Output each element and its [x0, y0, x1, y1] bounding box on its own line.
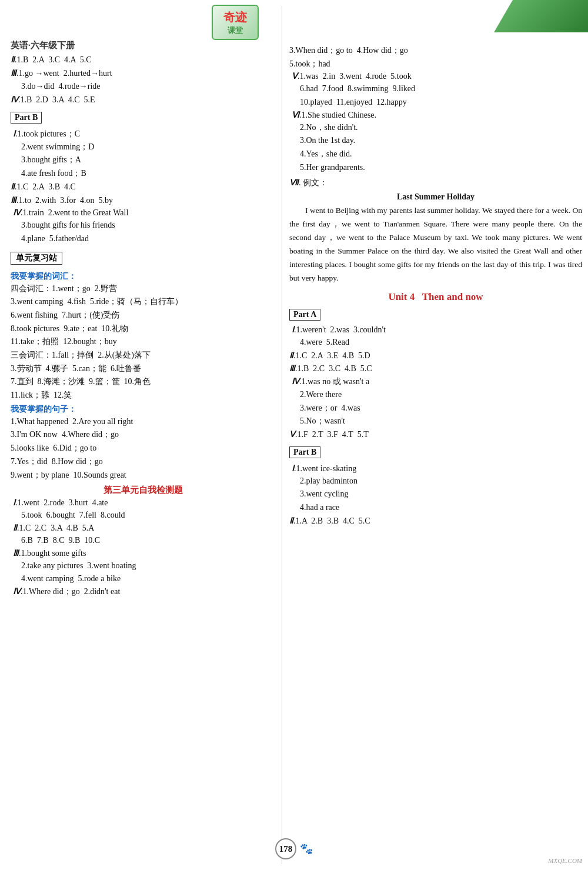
right-vi-4: 4.Yes，she did.: [300, 148, 582, 161]
u4-iv-2: 2.Were there: [300, 388, 582, 401]
section-ii-top: Ⅱ.1.B 2.A 3.C 4.A 5.C: [11, 54, 276, 66]
sentence-line-1: 1.What happened 2.Are you all right: [11, 415, 276, 428]
unit4-title: Unit 4 Then and now: [289, 291, 582, 303]
vocab-line-3: 6.went fishing 7.hurt；(使)受伤: [11, 309, 276, 322]
sentence-line-2: 3.I'm OK now 4.Where did；go: [11, 428, 276, 441]
pb-i-3: 3.bought gifts；A: [21, 154, 276, 166]
self-iii-1: Ⅲ.1.bought some gifts: [13, 548, 276, 558]
section-iii-top: Ⅲ.1.go →went 2.hurted→hurt: [11, 67, 276, 80]
right-vi-3: 3.On the 1st day.: [300, 134, 582, 147]
vocab-section-title: 我要掌握的词汇：: [11, 271, 276, 282]
self-iii-3: 4.went camping 5.rode a bike: [21, 572, 276, 585]
sentence-line-5: 9.went；by plane 10.Sounds great: [11, 469, 276, 482]
unit4-part-b-label: Part B: [289, 444, 582, 461]
u4-iii: Ⅲ.1.B 2.C 3.C 4.B 5.C: [289, 362, 582, 375]
right-line-2: 5.took；had: [289, 58, 582, 71]
section-iii-top-2: 3.do→did 4.rode→ride: [21, 80, 276, 93]
part-b-section-iii: Ⅲ.1.to 2.with 3.for 4.on 5.by: [11, 194, 276, 207]
section-iv-top: Ⅳ.1.B 2.D 3.A 4.C 5.E: [11, 94, 276, 106]
part-b-section-i: Ⅰ.1.took pictures；C: [13, 129, 276, 139]
u4-ii: Ⅱ.1.C 2.A 3.E 4.B 5.D: [289, 349, 582, 362]
right-vi-1: Ⅵ.1.She studied Chinese.: [292, 110, 582, 120]
self-test-title: 第三单元自我检测题: [11, 485, 276, 496]
vocab-line-6: 三会词汇：1.fall；摔倒 2.从(某处)落下: [11, 349, 276, 362]
vocab-line-8: 7.直到 8.海滩；沙滩 9.篮；筐 10.角色: [11, 375, 276, 388]
u4b-i-4: 4.had a race: [300, 501, 582, 514]
part-b-section-label: Part B: [11, 112, 42, 124]
unit4-part-b-box: Part B: [289, 446, 320, 458]
right-vi-5: 5.Her grandparents.: [300, 161, 582, 174]
sentence-section-title: 我要掌握的句子：: [11, 404, 276, 415]
page-decoration: 🐾: [300, 842, 313, 855]
u4-iv-1: Ⅳ.1.was no 或 wasn't a: [292, 376, 582, 387]
vocab-line-7: 3.劳动节 4.骡子 5.can；能 6.吐鲁番: [11, 362, 276, 375]
header-title: 英语·六年级下册: [11, 40, 276, 51]
pb-i-2: 2.went swimming；D: [21, 141, 276, 154]
u4-i-1: Ⅰ.1.weren't 2.was 3.couldn't: [292, 325, 582, 335]
right-column: 3.When did；go to 4.How did；go 5.took；had…: [282, 6, 588, 864]
vocab-line-1: 四会词汇：1.went；go 2.野营: [11, 282, 276, 295]
pb-iv-3: 4.plane 5.father/dad: [21, 232, 276, 245]
watermark: MXQE.COM: [548, 857, 582, 864]
unit4-part-a-box: Part A: [289, 309, 320, 321]
logo-box: 奇迹 课堂: [212, 5, 259, 40]
essay-title: Last Summer Holiday: [289, 192, 582, 202]
review-station-box: 单元复习站: [11, 252, 62, 265]
u4b-i-3: 3.went cycling: [300, 488, 582, 501]
right-v-section: Ⅴ.1.was 2.in 3.went 4.rode 5.took: [292, 71, 582, 81]
self-i-1: Ⅰ.1.went 2.rode 3.hurt 4.ate: [13, 498, 276, 508]
right-v-2: 6.had 7.food 8.swimming 9.liked: [300, 82, 582, 95]
right-vii-label: Ⅶ. 例文：: [289, 176, 582, 189]
right-v-3: 10.played 11.enjoyed 12.happy: [300, 96, 582, 109]
u4b-i-2: 2.play badminton: [300, 475, 582, 488]
logo-top: 奇迹: [223, 9, 247, 25]
self-ii-1: Ⅱ.1.C 2.C 3.A 4.B 5.A: [13, 523, 276, 533]
part-b-section-ii: Ⅱ.1.C 2.A 3.B 4.C: [11, 181, 276, 194]
u4-iv-3: 3.were；or 4.was: [300, 402, 582, 415]
self-ii-2: 6.B 7.B 8.C 9.B 10.C: [21, 534, 276, 547]
part-b-label: Part B: [11, 109, 276, 126]
part-b-section-iv: Ⅳ.1.train 2.went to the Great Wall: [13, 208, 276, 218]
unit4-part-a-label: Part A: [289, 306, 582, 323]
self-iv-1: Ⅳ.1.Where did；go 2.didn't eat: [13, 586, 276, 597]
right-line-1: 3.When did；go to 4.How did；go: [289, 44, 582, 57]
vocab-line-5: 11.take；拍照 12.bought；buy: [11, 335, 276, 348]
review-station-label: 单元复习站: [11, 249, 276, 268]
u4-i-2: 4.were 5.Read: [300, 336, 582, 349]
essay-body: I went to Beijing with my parents last s…: [289, 204, 582, 285]
pb-i-4: 4.ate fresh food；B: [21, 167, 276, 180]
vocab-line-2: 3.went camping 4.fish 5.ride；骑（马；自行车）: [11, 295, 276, 308]
sentence-line-4: 7.Yes；did 8.How did；go: [11, 455, 276, 468]
vocab-line-9: 11.lick；舔 12.笑: [11, 389, 276, 402]
vocab-line-4: 8.took pictures 9.ate；eat 10.礼物: [11, 322, 276, 335]
self-iii-2: 2.take any pictures 3.went boating: [21, 559, 276, 572]
u4-iv-4: 5.No；wasn't: [300, 415, 582, 428]
pb-iv-2: 3.bought gifts for his friends: [21, 219, 276, 232]
logo-bottom: 课堂: [228, 25, 243, 36]
self-i-2: 5.took 6.bought 7.fell 8.could: [21, 509, 276, 522]
page-number: 178: [275, 838, 296, 859]
left-column: 英语·六年级下册 Ⅱ.1.B 2.A 3.C 4.A 5.C Ⅲ.1.go →w…: [0, 6, 282, 864]
green-header-band: [494, 0, 588, 32]
sentence-line-3: 5.looks like 6.Did；go to: [11, 442, 276, 455]
u4b-ii: Ⅱ.1.A 2.B 3.B 4.C 5.C: [289, 515, 582, 528]
u4-v: Ⅴ.1.F 2.T 3.F 4.T 5.T: [289, 428, 582, 441]
u4b-i-1: Ⅰ.1.went ice-skating: [292, 464, 582, 474]
right-vi-2: 2.No，she didn't.: [300, 121, 582, 134]
page-number-bar: 178 🐾: [275, 838, 313, 859]
